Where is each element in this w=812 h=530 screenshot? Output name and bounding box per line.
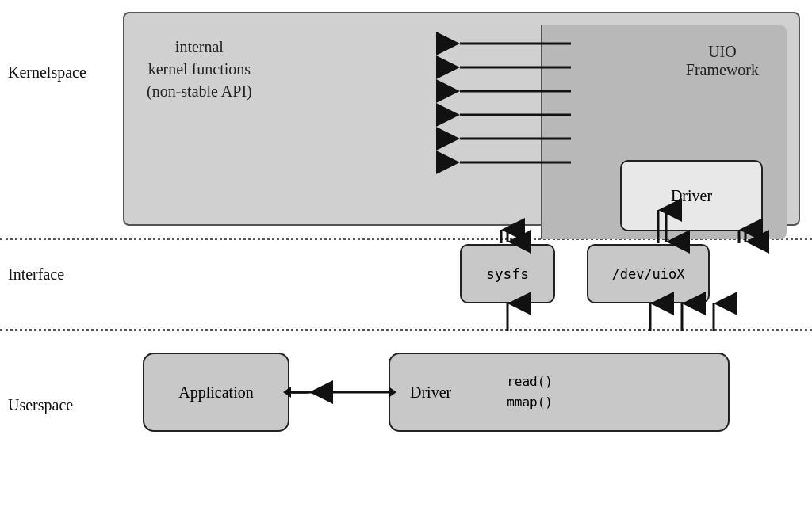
userspace-label: Userspace xyxy=(8,396,73,414)
sysfs-box: sysfs xyxy=(460,244,555,303)
interface-bottom-line xyxy=(0,329,812,331)
driver-user-label: Driver xyxy=(410,383,451,402)
diagram: Kernelspace Interface Userspace UIO Fram… xyxy=(0,0,812,530)
uio-framework-box: UIO Framework Driver xyxy=(541,25,787,239)
driver-user-box: Driver read() mmap() xyxy=(389,353,730,432)
devuio-box: /dev/uioX xyxy=(587,244,710,303)
kernelspace-label: Kernelspace xyxy=(8,63,86,82)
application-box: Application xyxy=(143,353,289,432)
uio-framework-text: UIO Framework xyxy=(686,43,759,79)
interface-label: Interface xyxy=(8,265,64,284)
driver-kernel-box: Driver xyxy=(620,160,763,231)
read-mmap-text: read() mmap() xyxy=(507,372,553,412)
kernel-functions-text: internal kernel functions (non-stable AP… xyxy=(147,36,252,102)
